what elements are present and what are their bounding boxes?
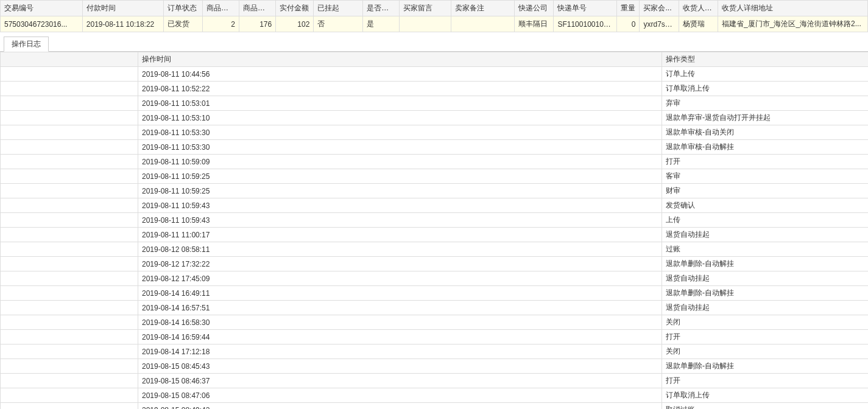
log-blank-cell	[1, 315, 138, 330]
col-header-paytime[interactable]: 付款时间	[82, 1, 163, 16]
log-blank-cell	[1, 330, 138, 344]
col-header-buyermsg[interactable]: 买家留言	[400, 1, 451, 16]
col-header-payamt[interactable]: 实付金额	[276, 1, 314, 16]
cell-expressco: 顺丰隔日	[515, 16, 554, 32]
log-blank-cell	[1, 198, 138, 213]
log-row[interactable]: 2019-08-15 08:47:06订单取消上传	[1, 388, 869, 403]
log-row[interactable]: 2019-08-15 08:49:42取消过账	[1, 403, 869, 410]
log-blank-cell	[1, 111, 138, 125]
log-type-cell: 退款单删除-自动解挂	[662, 257, 869, 271]
log-blank-cell	[1, 228, 138, 242]
col-header-weight[interactable]: 重量	[617, 1, 640, 16]
log-row[interactable]: 2019-08-11 10:59:09打开	[1, 155, 869, 169]
log-blank-cell	[1, 140, 138, 155]
tab-operation-log[interactable]: 操作日志	[4, 37, 49, 52]
log-blank-cell	[1, 169, 138, 184]
log-row[interactable]: 2019-08-11 10:53:10退款单弃审-退货自动打开并挂起	[1, 111, 869, 125]
log-blank-cell	[1, 96, 138, 111]
log-row[interactable]: 2019-08-15 08:45:43退款单删除-自动解挂	[1, 359, 869, 374]
col-header-invoice[interactable]: 是否开票	[363, 1, 400, 16]
log-type-cell: 过账	[662, 242, 869, 257]
log-blank-cell	[1, 388, 138, 403]
log-blank-cell	[1, 301, 138, 315]
log-time-cell: 2019-08-14 16:57:51	[138, 301, 662, 315]
log-row[interactable]: 2019-08-11 10:59:25财审	[1, 184, 869, 198]
log-row[interactable]: 2019-08-11 10:52:22订单取消上传	[1, 82, 869, 96]
log-blank-cell	[1, 242, 138, 257]
log-time-cell: 2019-08-11 10:59:25	[138, 169, 662, 184]
log-type-cell: 订单上传	[662, 67, 869, 82]
log-type-cell: 订单取消上传	[662, 388, 869, 403]
log-row[interactable]: 2019-08-14 16:59:44打开	[1, 330, 869, 344]
col-header-qty[interactable]: 商品数量	[202, 1, 239, 16]
cell-address: 福建省_厦门市_海沧区_海沧街道钟林路2...	[718, 16, 868, 32]
col-header-status[interactable]: 订单状态	[163, 1, 202, 16]
col-header-member[interactable]: 买家会...	[640, 1, 679, 16]
log-time-cell: 2019-08-11 10:59:09	[138, 155, 662, 169]
col-header-amt[interactable]: 商品金额	[239, 1, 276, 16]
log-blank-cell	[1, 403, 138, 410]
cell-expressno: SF1100100100...	[554, 16, 617, 32]
log-type-cell: 上传	[662, 213, 869, 228]
log-type-cell: 订单取消上传	[662, 82, 869, 96]
log-row[interactable]: 2019-08-14 16:58:30关闭	[1, 315, 869, 330]
log-time-cell: 2019-08-11 10:53:01	[138, 96, 662, 111]
col-header-sellerremark[interactable]: 卖家备注	[451, 1, 515, 16]
col-header-address[interactable]: 收货人详细地址	[718, 1, 868, 16]
log-time-cell: 2019-08-11 10:53:10	[138, 111, 662, 125]
log-type-cell: 退款单弃审-退货自动打开并挂起	[662, 111, 869, 125]
log-type-cell: 打开	[662, 374, 869, 388]
log-blank-cell	[1, 82, 138, 96]
order-row[interactable]: 57503046723016... 2019-08-11 10:18:22 已发…	[1, 16, 868, 32]
log-time-cell: 2019-08-15 08:47:06	[138, 388, 662, 403]
log-row[interactable]: 2019-08-11 10:59:43发货确认	[1, 198, 869, 213]
log-time-cell: 2019-08-11 10:53:30	[138, 140, 662, 155]
log-row[interactable]: 2019-08-14 16:49:11退款单删除-自动解挂	[1, 286, 869, 301]
log-blank-cell	[1, 67, 138, 82]
log-row[interactable]: 2019-08-11 10:59:25客审	[1, 169, 869, 184]
log-row[interactable]: 2019-08-11 10:44:56订单上传	[1, 67, 869, 82]
col-header-expressno[interactable]: 快递单号	[554, 1, 617, 16]
log-row[interactable]: 2019-08-11 10:53:30退款单审核-自动关闭	[1, 125, 869, 140]
cell-qty: 2	[202, 16, 239, 32]
col-header-suspend[interactable]: 已挂起	[314, 1, 363, 16]
log-type-cell: 关闭	[662, 315, 869, 330]
log-row[interactable]: 2019-08-15 08:46:37打开	[1, 374, 869, 388]
log-row[interactable]: 2019-08-12 17:32:22退款单删除-自动解挂	[1, 257, 869, 271]
log-time-cell: 2019-08-15 08:45:43	[138, 359, 662, 374]
log-time-cell: 2019-08-12 17:32:22	[138, 257, 662, 271]
log-row[interactable]: 2019-08-11 10:53:30退款单审核-自动解挂	[1, 140, 869, 155]
col-header-txid[interactable]: 交易编号	[1, 1, 83, 16]
log-row[interactable]: 2019-08-11 11:00:17退货自动挂起	[1, 228, 869, 242]
log-blank-cell	[1, 344, 138, 359]
log-header-type[interactable]: 操作类型	[662, 52, 869, 67]
col-header-expressco[interactable]: 快递公司	[515, 1, 554, 16]
log-type-cell: 客审	[662, 169, 869, 184]
log-type-cell: 关闭	[662, 344, 869, 359]
log-row[interactable]: 2019-08-11 10:59:43上传	[1, 213, 869, 228]
col-header-recvname[interactable]: 收货人姓名	[679, 1, 718, 16]
log-row[interactable]: 2019-08-12 08:58:11过账	[1, 242, 869, 257]
cell-buyermsg	[400, 16, 451, 32]
cell-paytime: 2019-08-11 10:18:22	[82, 16, 163, 32]
log-time-cell: 2019-08-11 10:44:56	[138, 67, 662, 82]
log-time-cell: 2019-08-15 08:49:42	[138, 403, 662, 410]
log-table: 操作时间 操作类型 2019-08-11 10:44:56订单上传2019-08…	[0, 52, 868, 409]
cell-sellerremark	[451, 16, 515, 32]
cell-status: 已发货	[163, 16, 202, 32]
log-time-cell: 2019-08-12 08:58:11	[138, 242, 662, 257]
log-row[interactable]: 2019-08-14 16:57:51退货自动挂起	[1, 301, 869, 315]
log-blank-cell	[1, 359, 138, 374]
log-header-time[interactable]: 操作时间	[138, 52, 662, 67]
log-type-cell: 打开	[662, 155, 869, 169]
order-header-row[interactable]: 交易编号 付款时间 订单状态 商品数量 商品金额 实付金额 已挂起 是否开票 买…	[1, 1, 868, 16]
log-row[interactable]: 2019-08-14 17:12:18关闭	[1, 344, 869, 359]
log-row[interactable]: 2019-08-12 17:45:09退货自动挂起	[1, 271, 869, 286]
log-blank-cell	[1, 213, 138, 228]
log-time-cell: 2019-08-11 10:52:22	[138, 82, 662, 96]
log-blank-cell	[1, 257, 138, 271]
log-blank-cell	[1, 155, 138, 169]
cell-amt: 176	[239, 16, 276, 32]
log-header-row[interactable]: 操作时间 操作类型	[1, 52, 869, 67]
log-row[interactable]: 2019-08-11 10:53:01弃审	[1, 96, 869, 111]
